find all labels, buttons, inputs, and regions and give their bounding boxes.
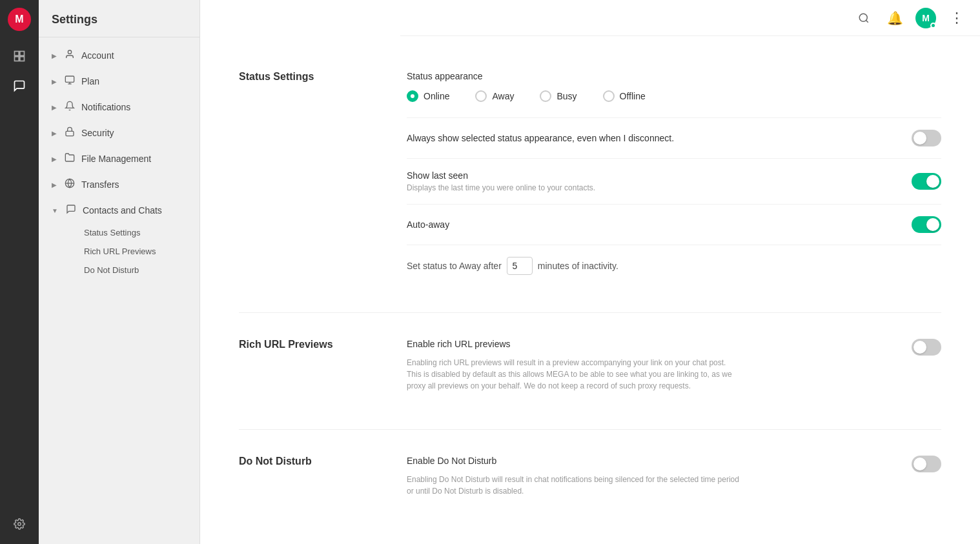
auto-away-label-group: Auto-away <box>407 219 912 230</box>
sidebar-label-plan: Plan <box>81 76 99 86</box>
radio-online[interactable]: Online <box>407 90 449 102</box>
chevron-icon: ▶ <box>52 130 57 137</box>
chevron-down-icon: ▼ <box>52 207 58 214</box>
sidebar-label-file-management: File Management <box>81 154 151 164</box>
radio-offline[interactable]: Offline <box>603 90 646 102</box>
svg-rect-2 <box>15 57 19 61</box>
chevron-icon: ▶ <box>52 181 57 188</box>
enable-rich-url-label: Enable rich URL previews <box>407 339 879 349</box>
main-content: Status Settings Status appearance Online… <box>200 0 980 544</box>
sidebar-item-transfers[interactable]: ▶ Transfers <box>43 172 196 197</box>
bell-icon[interactable]: 🔔 <box>884 8 905 28</box>
show-last-seen-label-group: Show last seen Displays the last time yo… <box>407 170 912 192</box>
always-show-label: Always show selected status appearance, … <box>407 133 899 143</box>
status-radio-group: Online Away Busy Offline <box>407 90 941 102</box>
account-icon <box>63 49 76 62</box>
enable-dnd-label-group: Enable Do Not Disturb Enabling Do Not Di… <box>407 456 892 497</box>
status-settings-section: Status Settings Status appearance Online… <box>239 45 941 313</box>
sidebar-label-account: Account <box>81 50 114 61</box>
show-last-seen-row: Show last seen Displays the last time yo… <box>407 158 941 204</box>
always-show-row: Always show selected status appearance, … <box>407 117 941 158</box>
chevron-icon: ▶ <box>52 78 57 85</box>
status-settings-label: Status Settings <box>239 71 381 287</box>
toggle-knob <box>914 458 926 470</box>
chevron-icon: ▶ <box>52 104 57 111</box>
radio-busy-label: Busy <box>556 91 577 101</box>
nav-icon-chat[interactable] <box>7 74 32 98</box>
dnd-desc: Enabling Do Not Disturb will result in c… <box>407 474 742 497</box>
sidebar-item-contacts-chats[interactable]: ▼ Contacts and Chats <box>43 197 196 223</box>
auto-away-prefix: Set status to Away after <box>407 261 502 271</box>
rich-url-label: Rich URL Previews <box>239 339 381 403</box>
user-avatar[interactable]: M <box>915 8 936 28</box>
status-settings-content: Status appearance Online Away Busy <box>407 71 941 287</box>
rich-url-toggle[interactable] <box>912 339 941 356</box>
radio-busy[interactable]: Busy <box>540 90 577 102</box>
chevron-icon: ▶ <box>52 156 57 163</box>
svg-rect-0 <box>15 52 19 56</box>
sidebar-item-plan[interactable]: ▶ Plan <box>43 68 196 94</box>
sidebar-item-notifications[interactable]: ▶ Notifications <box>43 94 196 120</box>
always-show-label-group: Always show selected status appearance, … <box>407 133 912 143</box>
auto-away-toggle[interactable] <box>912 216 941 233</box>
file-management-icon <box>63 152 76 165</box>
auto-away-config-row: Set status to Away after minutes of inac… <box>407 245 941 287</box>
contacts-chats-icon <box>65 204 77 217</box>
auto-away-row: Auto-away <box>407 204 941 245</box>
toggle-knob <box>926 218 939 231</box>
security-icon <box>63 126 76 139</box>
toggle-knob <box>926 175 939 188</box>
enable-rich-url-label-group: Enable rich URL previews Enabling rich U… <box>407 339 892 392</box>
sidebar-nav: ▶ Account ▶ Plan ▶ <box>39 37 199 544</box>
sidebar-label-security: Security <box>81 128 114 138</box>
auto-away-label: Auto-away <box>407 219 899 230</box>
svg-point-12 <box>859 14 867 21</box>
show-last-seen-toggle[interactable] <box>912 173 941 190</box>
chevron-icon: ▶ <box>52 52 57 59</box>
nav-icon-files[interactable] <box>7 44 32 68</box>
auto-away-minutes-input[interactable] <box>507 257 533 275</box>
sidebar: Settings ▶ Account ▶ Plan ▶ <box>39 0 200 544</box>
search-button[interactable] <box>853 8 874 28</box>
notifications-icon <box>63 101 76 114</box>
always-show-toggle[interactable] <box>912 130 941 146</box>
sidebar-sub-status-settings[interactable]: Status Settings <box>74 223 196 242</box>
sidebar-item-file-management[interactable]: ▶ File Management <box>43 146 196 172</box>
app-logo[interactable]: M <box>8 8 31 31</box>
transfers-icon <box>63 178 76 191</box>
radio-offline-label: Offline <box>620 91 646 101</box>
plan-icon <box>63 75 76 88</box>
dnd-toggle[interactable] <box>912 456 941 472</box>
content-wrapper: Status Settings Status appearance Online… <box>239 0 941 544</box>
sidebar-item-account[interactable]: ▶ Account <box>43 43 196 68</box>
svg-line-13 <box>866 20 868 22</box>
auto-away-suffix: minutes of inactivity. <box>538 261 618 271</box>
icon-bar: M <box>0 0 39 544</box>
sidebar-item-security[interactable]: ▶ Security <box>43 120 196 146</box>
sidebar-title: Settings <box>39 0 199 37</box>
show-last-seen-label: Show last seen <box>407 170 899 181</box>
radio-away[interactable]: Away <box>475 90 514 102</box>
sidebar-sub-items: Status Settings Rich URL Previews Do Not… <box>39 223 199 279</box>
do-not-disturb-section: Do Not Disturb Enable Do Not Disturb Ena… <box>239 430 941 534</box>
radio-online-circle <box>407 90 418 102</box>
sidebar-label-transfers: Transfers <box>81 179 119 190</box>
rich-url-content: Enable rich URL previews Enabling rich U… <box>407 339 941 403</box>
nav-icon-settings-bottom[interactable] <box>7 512 32 536</box>
online-status-dot <box>930 23 936 28</box>
sidebar-sub-rich-url[interactable]: Rich URL Previews <box>74 242 196 261</box>
do-not-disturb-content: Enable Do Not Disturb Enabling Do Not Di… <box>407 456 941 509</box>
show-last-seen-desc: Displays the last time you were online t… <box>407 183 899 192</box>
rich-url-section: Rich URL Previews Enable rich URL previe… <box>239 313 941 430</box>
svg-point-4 <box>18 523 21 526</box>
svg-rect-3 <box>20 57 25 61</box>
status-appearance-label: Status appearance <box>407 71 941 81</box>
rich-url-desc: Enabling rich URL previews will result i… <box>407 357 742 392</box>
svg-rect-6 <box>65 76 74 82</box>
radio-offline-circle <box>603 90 615 102</box>
toggle-knob <box>914 341 926 354</box>
more-options-button[interactable]: ⋮ <box>946 8 967 28</box>
sidebar-sub-do-not-disturb[interactable]: Do Not Disturb <box>74 261 196 279</box>
enable-rich-url-row: Enable rich URL previews Enabling rich U… <box>407 339 941 403</box>
radio-busy-circle <box>540 90 551 102</box>
